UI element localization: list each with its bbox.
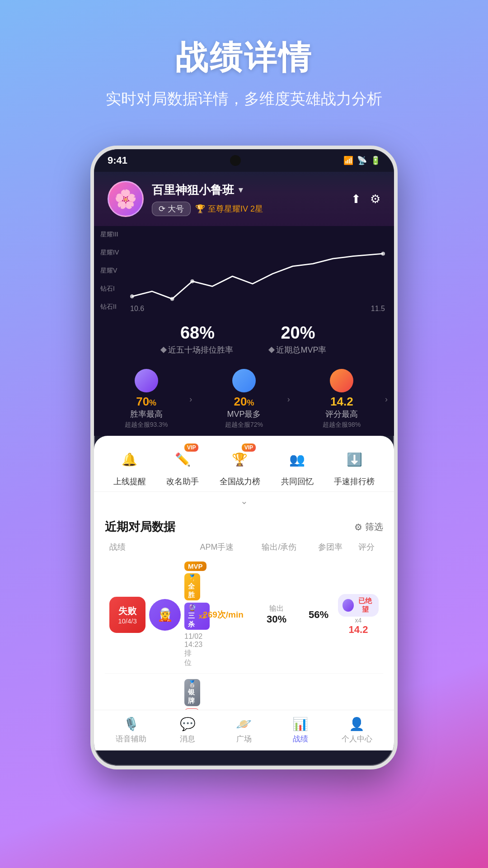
main-account-badge: ⟳ 大号 (152, 202, 191, 216)
quick-action-4[interactable]: ⬇️ 手速排行榜 (334, 447, 375, 487)
quick-action-3[interactable]: 👥 共同回忆 (281, 447, 314, 487)
profile-actions: ⬆ ⚙ (351, 192, 380, 206)
mvp-rate-stat: 20% 近期总MVP率 (269, 323, 326, 355)
nav-plaza[interactable]: 🪐 广场 (216, 717, 272, 744)
phone-container: 9:41 📶 📡 🔋 🌸 百里神狙小鲁班 ▾ (0, 146, 488, 769)
nav-label-voice: 语音辅助 (116, 734, 146, 744)
header-area: 战绩详情 实时对局数据详情，多维度英雄战力分析 (0, 0, 488, 127)
messages-icon: 💬 (180, 717, 196, 731)
chart-label-2: 星耀IV (100, 249, 119, 257)
quick-action-1[interactable]: ✏️ VIP 改名助手 (166, 447, 199, 487)
section-title: 近期对局数据 (105, 519, 175, 535)
quick-action-label-1: 改名助手 (166, 476, 199, 487)
time: 9:41 (108, 155, 127, 166)
th-dmg: 输出/承伤 (252, 542, 306, 552)
filter-label: 筛选 (365, 521, 383, 533)
th-result: 战绩 (109, 542, 182, 552)
nav-label-records: 战绩 (293, 734, 308, 744)
match-dmg-0: 输出 30% (254, 604, 299, 625)
hero-stat-1[interactable]: 20% MVP最多 超越全服72% › (196, 369, 291, 429)
match-apm-0: 269次/min (196, 609, 250, 621)
camera-notch (230, 155, 241, 166)
status-bar: 9:41 📶 📡 🔋 (94, 149, 394, 172)
svg-point-0 (130, 294, 134, 298)
rank-badge: 🏆 至尊星耀IV 2星 (195, 203, 263, 214)
result-badge-0: 失败 10/4/3 (109, 597, 145, 633)
nav-label-profile: 个人中心 (342, 734, 372, 744)
mvp-rate-label: 近期总MVP率 (269, 344, 326, 355)
th-apm: APM手速 (185, 542, 249, 552)
th-team: 参团率 (310, 542, 351, 552)
filter-icon: ⚙ (354, 522, 362, 533)
battery-icon: 🔋 (371, 156, 380, 165)
match-row-1[interactable]: 胜利 12/1/3 👸 🥈银牌 一血 四杀x2 五杀 (105, 674, 383, 710)
quick-action-label-3: 共同回忆 (281, 476, 314, 487)
hero-stat-0[interactable]: 70% 胜率最高 超越全服93.3% › (99, 369, 194, 429)
match-team-0: 56% (303, 609, 334, 621)
quick-actions: 🔔 上线提醒 ✏️ VIP 改名助手 🏆 VIP (94, 436, 394, 492)
recent-section: 近期对局数据 ⚙ 筛选 战绩 APM手速 输出/承伤 参团率 评分 (94, 510, 394, 710)
share-icon[interactable]: ⬆ (351, 192, 361, 206)
mvp-rate-value: 20% (269, 323, 326, 343)
quick-action-0[interactable]: 🔔 上线提醒 (113, 447, 146, 487)
expand-row[interactable]: ⌄ (94, 492, 394, 510)
chart-label-4: 钻石I (100, 285, 119, 293)
svg-point-2 (190, 279, 194, 283)
profile-name: 百里神狙小鲁班 (152, 182, 234, 198)
nav-voice[interactable]: 🎙️ 语音辅助 (103, 717, 160, 744)
nav-profile[interactable]: 👤 个人中心 (328, 717, 385, 744)
plaza-icon: 🪐 (236, 717, 252, 731)
quick-action-2[interactable]: 🏆 VIP 全国战力榜 (220, 447, 260, 487)
quick-action-label-4: 手速排行榜 (334, 476, 375, 487)
hero-stat-2[interactable]: 14.2 评分最高 超越全服98% › (294, 369, 389, 429)
filter-button[interactable]: ⚙ 筛选 (354, 521, 383, 533)
bottom-nav: 🎙️ 语音辅助 💬 消息 🪐 广场 📊 战绩 👤 个人中心 (94, 710, 394, 750)
hero-avatar-0: 🧝 (149, 599, 181, 631)
chart-x-end: 11.5 (371, 305, 385, 313)
match-main-0: MVP 🥇全胜 🔮三杀x2 11/02 14:23 排位 (184, 561, 192, 668)
match-main-1: 🥈银牌 一血 四杀x2 五杀 11/02 14:23 排位 (184, 679, 192, 710)
profile-info: 百里神狙小鲁班 ▾ ⟳ 大号 🏆 至尊星耀IV 2星 (152, 182, 343, 216)
svg-point-3 (381, 252, 385, 256)
nav-label-messages: 消息 (180, 734, 195, 744)
chart-label-1: 星耀III (100, 231, 119, 239)
nav-records[interactable]: 📊 战绩 (272, 717, 328, 744)
table-header: 战绩 APM手速 输出/承伤 参团率 评分 (105, 542, 383, 552)
svg-point-1 (170, 297, 174, 301)
phone-frame: 9:41 📶 📡 🔋 🌸 百里神狙小鲁班 ▾ (90, 146, 398, 769)
page-subtitle: 实时对局数据详情，多维度英雄战力分析 (0, 89, 488, 109)
records-icon: 📊 (292, 717, 308, 731)
dropdown-icon[interactable]: ▾ (239, 185, 243, 195)
page-title: 战绩详情 (0, 36, 488, 80)
win-rate-value: 68% (161, 323, 233, 343)
quick-action-label-2: 全国战力榜 (220, 476, 260, 487)
win-rate-label: 近五十场排位胜率 (161, 344, 233, 355)
hero-stats: 70% 胜率最高 超越全服93.3% › 20% MVP最多 超越全服72% › (94, 362, 394, 436)
chart-x-start: 10.6 (130, 305, 144, 313)
white-panel: 🔔 上线提醒 ✏️ VIP 改名助手 🏆 VIP (94, 436, 394, 710)
profile-section: 🌸 百里神狙小鲁班 ▾ ⟳ 大号 (94, 172, 394, 226)
chart-label-3: 星耀V (100, 267, 119, 275)
nav-messages[interactable]: 💬 消息 (160, 717, 216, 744)
signal-icon: 📶 (343, 156, 353, 165)
win-rate-stat: 68% 近五十场排位胜率 (161, 323, 233, 355)
match-row-0[interactable]: 失败 10/4/3 🧝 MVP 🥇全胜 🔮三杀x2 (105, 556, 383, 674)
th-score: 评分 (354, 542, 379, 552)
nav-label-plaza: 广场 (236, 734, 252, 744)
avatar: 🌸 (108, 181, 144, 217)
profile-icon: 👤 (349, 717, 365, 731)
settings-icon[interactable]: ⚙ (370, 192, 380, 206)
match-time-0: 11/02 14:23 排位 (184, 632, 192, 668)
voice-icon: 🎙️ (123, 717, 139, 731)
stats-row: 68% 近五十场排位胜率 20% 近期总MVP率 (94, 316, 394, 362)
wifi-icon: 📡 (357, 156, 367, 165)
quick-action-label-0: 上线提醒 (113, 476, 146, 487)
chart-area: 星耀III 星耀IV 星耀V 钻石I 钻石II (94, 226, 394, 316)
match-score-0: 已绝望 x4 14.2 (338, 594, 379, 636)
chart-label-5: 钻石II (100, 303, 119, 311)
status-icons: 📶 📡 🔋 (343, 156, 380, 165)
